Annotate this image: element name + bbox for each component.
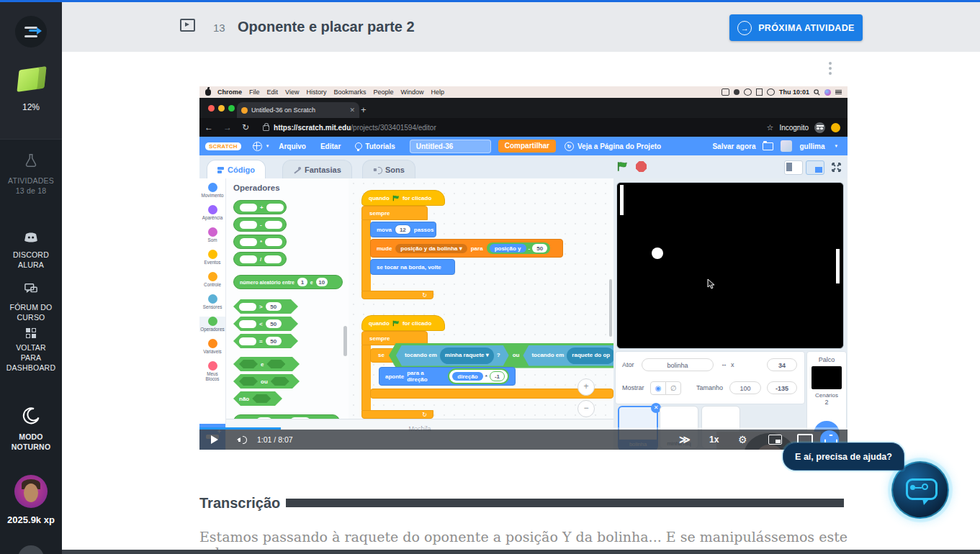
macos-menu-item: People	[373, 88, 393, 96]
greater-than-block: >50	[233, 299, 298, 314]
settings-gear-icon[interactable]: ⚙	[738, 430, 747, 450]
language-globe-icon	[253, 142, 262, 151]
tab-title: Untitled-36 on Scratch	[251, 106, 346, 114]
zoom-window-icon	[228, 105, 235, 112]
category-sensores: Sensores	[199, 294, 225, 309]
less-than-block: <50	[233, 317, 298, 331]
sprite-name-label: Ator	[622, 361, 634, 368]
stage-thumbnail	[812, 366, 842, 389]
sidebar-item-dashboard[interactable]: VOLTAR PARA DASHBOARD	[0, 327, 62, 373]
address-bar-host: https://scratch.mit.edu	[274, 124, 351, 132]
macos-menu-item: History	[306, 88, 326, 96]
or-block: ou	[233, 374, 300, 389]
circle-arrow-right-icon: →	[737, 21, 752, 35]
transcription-heading: Transcrição	[199, 495, 280, 512]
more-options-menu[interactable]	[825, 60, 835, 77]
browser-tab-strip: Untitled-36 on Scratch ✕ +	[199, 98, 848, 118]
macos-menu-item: View	[285, 88, 299, 96]
script-area: quando for clicado sempre mova12passos m…	[349, 178, 613, 450]
left-paddle-sprite	[620, 185, 624, 215]
stage-canvas	[616, 182, 844, 349]
xp-counter: 2025.9k xp	[0, 514, 62, 525]
video-lesson-icon	[180, 19, 195, 32]
incognito-label: Incognito	[779, 124, 809, 132]
siri-icon	[824, 89, 831, 96]
x-position-icon: ↔	[721, 360, 727, 368]
point-in-direction-block: aponte para a direção direção * -1	[379, 367, 516, 386]
play-button[interactable]	[211, 430, 218, 450]
scratch-editor: Movimento Aparência Som Eventos Controle…	[199, 178, 848, 450]
stage-label: Palco	[807, 356, 846, 363]
stop-sign-icon	[636, 161, 647, 172]
sidebar-item-night-mode[interactable]: MODO NOTURNO	[0, 407, 62, 452]
green-flag-icon	[392, 195, 400, 201]
tab-fantasias: Fantasias	[282, 160, 352, 179]
video-player[interactable]: Chrome File Edit View History Bookmarks …	[199, 86, 848, 450]
time-display: 1:01 / 8:07	[257, 430, 293, 450]
sidebar-top-section: 12%	[0, 0, 62, 140]
size-label: Tamanho	[696, 384, 723, 391]
category-operadores: Operadores	[199, 317, 225, 332]
lock-icon	[263, 125, 269, 131]
circle-arrow-icon: ↻	[565, 142, 574, 151]
right-paddle-sprite	[836, 249, 840, 283]
incognito-icon	[814, 122, 825, 133]
scratch-favicon	[241, 107, 248, 114]
moon-icon	[0, 407, 62, 428]
if-then-block-bottom	[370, 389, 613, 399]
close-window-icon	[208, 105, 215, 112]
sidebar-item-discord[interactable]: DISCORD ALURA	[0, 232, 62, 270]
sidebar-bottom-icon[interactable]	[18, 545, 44, 554]
dashboard-grid-icon	[0, 327, 62, 339]
category-eventos: Eventos	[199, 250, 225, 265]
green-flag-icon	[392, 320, 400, 327]
new-tab-button: +	[361, 104, 367, 115]
picture-in-picture-button[interactable]	[768, 430, 782, 450]
operator-multiply-block: *	[233, 235, 287, 249]
page-title: Oponente e placar parte 2	[238, 19, 415, 35]
category-aparencia: Aparência	[199, 205, 225, 220]
course-logo[interactable]	[17, 66, 46, 92]
scratch-tabs-row: Código Fantasias Sons	[199, 155, 848, 179]
operator-divide-block: /	[233, 252, 287, 266]
macos-menu-bar: Chrome File Edit View History Bookmarks …	[199, 86, 848, 98]
playback-speed-button[interactable]: 1x	[709, 430, 719, 450]
macos-menu-item: Window	[400, 88, 423, 96]
ball-sprite	[652, 248, 663, 259]
help-bubble[interactable]: E aí, precisa de ajuda?	[783, 442, 904, 471]
mouse-cursor	[707, 278, 716, 290]
category-som: Som	[199, 227, 225, 242]
grid-square	[32, 334, 36, 338]
operator-add-block: +	[233, 200, 287, 214]
move-steps-block: mova12passos	[370, 222, 436, 237]
user-avatar[interactable]	[14, 475, 48, 508]
apple-logo-icon	[205, 89, 211, 96]
menu-toggle-button[interactable]	[15, 16, 47, 47]
lesson-number: 13	[213, 22, 225, 34]
forever-block-bottom: ↻	[361, 410, 433, 419]
sidebar-item-forum[interactable]: FÓRUM DO CURSO	[0, 283, 62, 322]
sidebar-item-activities[interactable]: ATIVIDADES 13 de 18	[0, 153, 62, 196]
forever-block: sempre	[361, 206, 428, 220]
next-activity-button[interactable]: → PRÓXIMA ATIVIDADE	[729, 14, 863, 41]
set-variable-block: mude posição y da bolinha ▾ para posição…	[370, 239, 563, 258]
browser-profile-avatar	[831, 123, 840, 132]
tab-sons: Sons	[362, 160, 415, 179]
status-icon	[744, 88, 752, 96]
video-progress-bar[interactable]	[199, 427, 848, 430]
brush-icon	[293, 166, 301, 174]
grid-square	[32, 328, 36, 332]
status-icon	[734, 89, 740, 95]
volume-button[interactable]	[237, 430, 247, 450]
close-tab-icon: ✕	[349, 106, 355, 114]
course-progress: 12%	[0, 102, 62, 112]
skip-forward-button[interactable]: ≫	[679, 430, 689, 450]
sprite-info-panel: Ator bolinha ↔ x 34 Mostrar ◉ ∅ Tamanho …	[615, 351, 805, 404]
volume-icon	[756, 88, 763, 96]
back-icon: ←	[204, 122, 213, 132]
project-page-link: ↻ Veja a Página do Projeto	[565, 142, 661, 151]
scratch-menu-tutorials: Tutorials	[365, 142, 395, 150]
category-controle: Controle	[199, 272, 225, 287]
fullscreen-stage-icon	[832, 163, 841, 172]
block-category-strip: Movimento Aparência Som Eventos Controle…	[199, 178, 226, 450]
